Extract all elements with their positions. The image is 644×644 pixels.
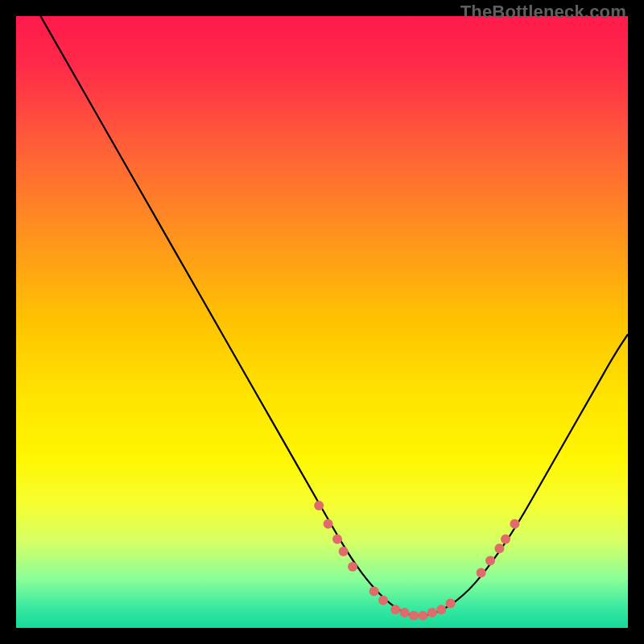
gradient-background (16, 16, 628, 628)
highlight-point (400, 608, 410, 617)
highlight-point (501, 535, 510, 544)
highlight-point (477, 568, 486, 578)
chart-frame (16, 16, 628, 628)
highlight-point (494, 543, 504, 553)
highlight-point (446, 599, 456, 609)
highlight-point (510, 519, 519, 529)
highlight-point (436, 605, 446, 614)
highlight-point (332, 535, 342, 544)
highlight-point (369, 586, 379, 596)
highlight-point (378, 596, 388, 605)
highlight-point (339, 547, 349, 556)
highlight-point (418, 611, 427, 621)
highlight-point (485, 555, 495, 565)
watermark-text: TheBottleneck.com (460, 2, 626, 23)
bottleneck-chart (16, 16, 628, 628)
highlight-point (348, 562, 357, 572)
highlight-point (409, 611, 419, 621)
highlight-point (427, 608, 437, 617)
highlight-point (314, 501, 324, 510)
highlight-point (390, 605, 400, 614)
highlight-point (324, 519, 333, 529)
